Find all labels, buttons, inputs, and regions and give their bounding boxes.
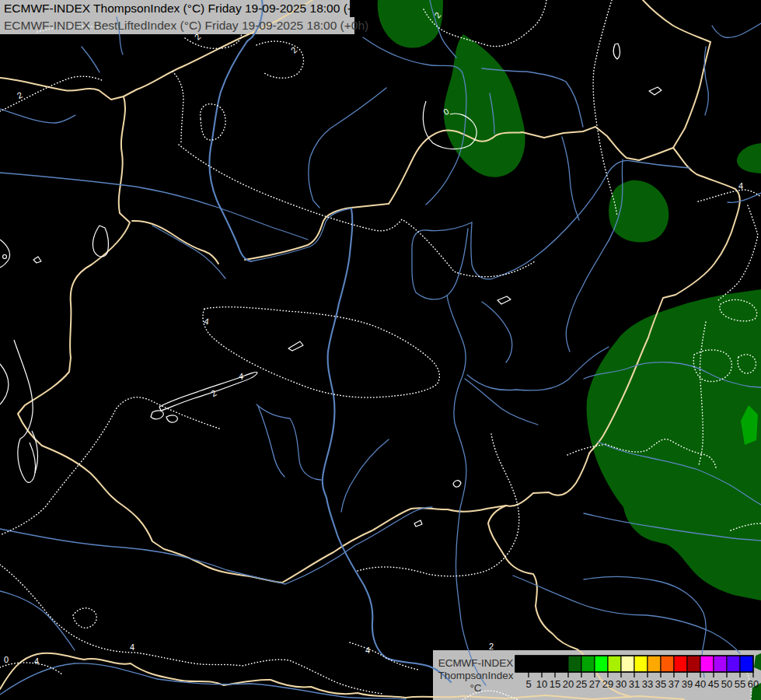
legend-color-swatch bbox=[727, 656, 740, 672]
legend-tick-label: 40 bbox=[695, 678, 706, 690]
legend-tick-label: 60 bbox=[748, 678, 759, 690]
legend-color-swatch bbox=[568, 656, 581, 672]
legend-tick-label: 45 bbox=[708, 678, 719, 690]
legend-tick-label: 27 bbox=[589, 678, 600, 690]
legend-tick-label: 50 bbox=[721, 678, 732, 690]
legend-color-swatch bbox=[608, 656, 621, 672]
legend-tick-label: 20 bbox=[563, 678, 574, 690]
legend-color-swatch bbox=[687, 656, 700, 672]
contour-value-label: 4 bbox=[365, 646, 370, 655]
legend-color-swatch bbox=[515, 656, 529, 672]
contour-value-label: 4 bbox=[34, 656, 39, 666]
legend-color-swatch bbox=[555, 656, 568, 672]
contour-value-label: 4 bbox=[239, 372, 243, 381]
legend-color-swatch bbox=[595, 656, 608, 672]
legend-color-swatch bbox=[529, 656, 542, 672]
legend-color-swatch bbox=[621, 656, 634, 672]
legend-tick-label: 33 bbox=[642, 678, 653, 690]
legend-tick-label: 5 bbox=[525, 678, 531, 690]
legend-color-swatch bbox=[542, 656, 555, 672]
contour-value-label: 4 bbox=[738, 181, 743, 191]
legend-tick-label: 15 bbox=[550, 678, 560, 690]
legend-tick-label: 35 bbox=[655, 678, 666, 690]
map-canvas: 22224420442404 5101520252729303133353739… bbox=[0, 0, 761, 700]
legend-tick-label: 29 bbox=[602, 678, 613, 690]
legend-color-swatch bbox=[648, 656, 661, 672]
legend-subtitle: ThompsonIndex bbox=[438, 670, 514, 681]
legend-color-swatch bbox=[634, 656, 648, 672]
legend-unit: °C bbox=[470, 682, 481, 694]
contour-value-label: 4 bbox=[130, 642, 134, 652]
legend-color-swatch bbox=[714, 656, 727, 672]
legend-tick-label: 30 bbox=[616, 678, 627, 690]
weather-map-screenshot: 22224420442404 5101520252729303133353739… bbox=[0, 0, 761, 700]
legend-tick-label: 37 bbox=[668, 678, 679, 690]
legend-tick-label: 39 bbox=[682, 678, 693, 690]
legend-color-swatch bbox=[740, 656, 753, 672]
legend-tick-label: 25 bbox=[576, 678, 587, 690]
legend-color-swatch bbox=[674, 656, 687, 672]
legend-tick-label: 31 bbox=[629, 678, 640, 690]
map-title-line1: ECMWF-INDEX ThompsonIndex (°C) Friday 19… bbox=[4, 2, 372, 15]
map-title-line2: ECMWF-INDEX BestLiftedIndex (°C) Friday … bbox=[4, 19, 368, 32]
contour-value-label: 0 bbox=[4, 655, 9, 664]
legend-color-swatch bbox=[661, 656, 674, 672]
legend-color-swatch bbox=[581, 656, 595, 672]
legend-color-swatch bbox=[700, 656, 714, 672]
contour-value-label: 2 bbox=[489, 642, 494, 651]
legend-tick-label: 55 bbox=[735, 678, 745, 690]
legend-title: ECMWF-INDEX bbox=[438, 657, 514, 669]
legend-tick-label: 10 bbox=[536, 678, 547, 690]
